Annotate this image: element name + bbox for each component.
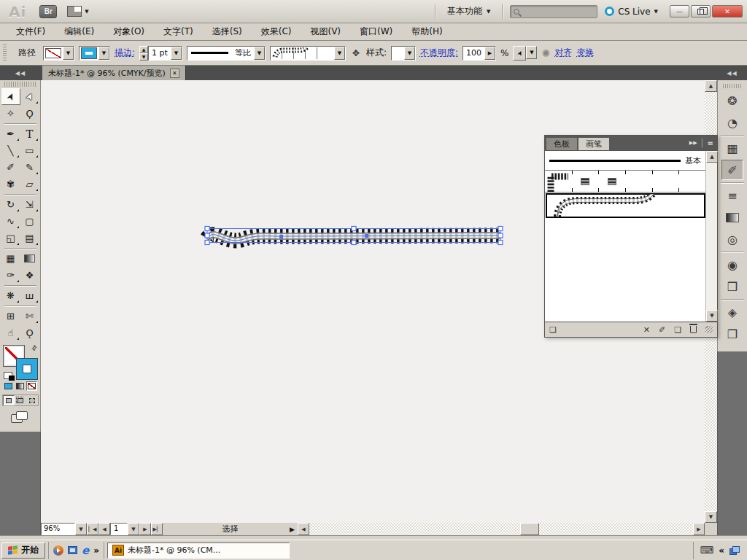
horizontal-scroll-thumb[interactable] (520, 523, 539, 535)
pencil-tool[interactable]: ✎ (20, 159, 39, 176)
transparency-panel-icon[interactable]: ◎ (721, 229, 743, 249)
internet-explorer-icon[interactable]: e (82, 544, 89, 557)
chevron-down-icon[interactable]: ▼ (98, 47, 109, 60)
expand-panel-icon[interactable]: ▶▶ (689, 140, 697, 146)
screen-mode-button[interactable] (9, 411, 31, 426)
scroll-up-button[interactable]: ▲ (705, 80, 717, 92)
chevron-down-icon[interactable]: ▼ (254, 47, 265, 60)
remove-brush-stroke-icon[interactable]: ✕ (643, 325, 650, 335)
menu-file[interactable]: 文件(F) (7, 23, 54, 40)
graphic-styles-panel-icon[interactable]: ❒ (721, 276, 743, 297)
eyedropper-tool[interactable]: ✑ (1, 267, 20, 284)
transform-panel-link[interactable]: 变换 (576, 47, 594, 59)
show-desktop-icon[interactable] (68, 546, 77, 554)
opacity-combo[interactable]: 100 ▶ (462, 46, 496, 61)
media-player-icon[interactable] (53, 545, 63, 556)
scroll-left-button[interactable]: ◀ (298, 523, 309, 535)
select-similar-control[interactable]: ➤ ▼ (513, 46, 537, 61)
none-mode-button[interactable] (26, 381, 37, 391)
recolor-artwork-icon[interactable]: ✺ (541, 47, 550, 59)
hand-tool[interactable]: ☝ (1, 324, 20, 341)
chevron-right-icon[interactable]: ▶ (484, 47, 495, 60)
brush-options-icon[interactable]: ✐ (659, 325, 665, 335)
start-button[interactable]: 开始 (1, 542, 45, 559)
chevron-down-icon[interactable]: ▼ (526, 46, 537, 59)
last-artboard-button[interactable]: ▶▏ (151, 523, 163, 535)
gradient-tool[interactable] (20, 250, 39, 267)
taskbar-task-button[interactable]: Ai 未标题-1* @ 96% (CM... (107, 542, 290, 559)
swatches-panel-icon[interactable]: ▦ (721, 138, 743, 158)
stroke-panel-icon[interactable]: ≡ (721, 185, 743, 206)
fill-color-combo[interactable]: ▼ (43, 46, 74, 61)
swap-fill-stroke-icon[interactable]: ⇄ (30, 343, 39, 352)
stroke-swatch-cyan[interactable] (17, 359, 37, 379)
chevron-down-icon[interactable]: ▼ (63, 47, 74, 60)
menu-edit[interactable]: 编辑(E) (55, 23, 103, 40)
tab-swatches[interactable]: 色板 (546, 138, 577, 150)
draw-behind-button[interactable] (15, 395, 26, 405)
stroke-panel-link[interactable]: 描边: (115, 47, 135, 59)
symbol-sprayer-tool[interactable]: ❋ (1, 287, 20, 304)
free-transform-tool[interactable]: ▢ (20, 213, 39, 230)
cs-live-button[interactable]: CS Live ▼ (605, 7, 658, 17)
slice-tool[interactable]: ✄ (20, 308, 39, 324)
panel-grip[interactable] (4, 82, 36, 87)
stroke-weight-stepper[interactable]: ▲▼ (139, 46, 148, 61)
pen-tool[interactable]: ✒ (1, 125, 20, 142)
brush-definition-combo[interactable]: ▼ (270, 46, 346, 61)
line-segment-tool[interactable]: ╲ (1, 142, 20, 159)
scroll-up-button[interactable]: ▲ (706, 151, 718, 163)
network-icon[interactable] (729, 546, 740, 555)
draw-normal-button[interactable] (3, 395, 15, 405)
scale-tool[interactable]: ⇲ (20, 196, 39, 213)
width-profile-combo[interactable]: 等比 ▼ (187, 46, 266, 61)
status-indicator[interactable]: 选择 ▶ (163, 523, 298, 535)
gradient-mode-button[interactable] (15, 381, 26, 391)
stroke-weight-combo[interactable]: 1 pt ▼ (148, 46, 182, 61)
brush-libraries-icon[interactable]: ❏ (549, 325, 557, 335)
chevron-down-icon[interactable]: ▼ (404, 47, 415, 60)
next-artboard-button[interactable]: ▶ (139, 523, 151, 535)
menu-help[interactable]: 帮助(H) (403, 23, 451, 40)
magic-wand-tool[interactable]: ✧ (1, 105, 20, 122)
menu-window[interactable]: 窗口(W) (351, 23, 401, 40)
new-brush-icon[interactable]: ❑ (674, 325, 681, 335)
minimize-button[interactable]: — (670, 5, 689, 18)
width-tool[interactable]: ∿ (1, 213, 20, 230)
input-method-icon[interactable]: ⌨ (700, 545, 713, 556)
close-button[interactable]: ✕ (712, 5, 743, 18)
rectangle-tool[interactable]: ▭ (20, 142, 39, 159)
selected-path-artwork[interactable] (198, 219, 508, 254)
zoom-tool[interactable]: Ǫ (20, 324, 39, 341)
opacity-panel-link[interactable]: 不透明度: (420, 47, 458, 59)
eraser-tool[interactable]: ▱ (20, 176, 39, 192)
chevron-down-icon[interactable]: ▼ (171, 47, 182, 60)
graphic-style-combo[interactable]: ▼ (391, 46, 416, 61)
document-tab[interactable]: 未标题-1* @ 96% (CMYK/预览) ✕ (42, 66, 186, 80)
layers-panel-icon[interactable]: ◈ (721, 302, 743, 322)
mesh-tool[interactable]: ▦ (1, 250, 20, 267)
panel-grip[interactable] (723, 84, 742, 88)
menu-select[interactable]: 选择(S) (204, 23, 251, 40)
scroll-down-button[interactable]: ▼ (706, 310, 718, 322)
scroll-down-button[interactable]: ▼ (705, 511, 717, 523)
status-menu-icon[interactable]: ▶ (290, 526, 295, 533)
rotate-tool[interactable]: ↻ (1, 196, 20, 213)
brushes-panel-icon[interactable]: ✐ (721, 160, 743, 180)
overflow-icon[interactable]: » (93, 545, 99, 556)
chevron-down-icon[interactable]: ▼ (75, 523, 87, 535)
color-guide-panel-icon[interactable]: ◔ (721, 112, 743, 133)
appearance-panel-icon[interactable]: ◉ (721, 254, 743, 275)
default-fill-stroke-icon[interactable] (4, 372, 12, 379)
zoom-level-combo[interactable]: 96% ▼ (41, 523, 87, 535)
direct-selection-tool[interactable]: ➤ (20, 88, 39, 105)
type-tool[interactable]: T (20, 125, 39, 142)
color-mode-button[interactable] (3, 381, 14, 391)
horizontal-scrollbar[interactable] (309, 523, 693, 535)
chevron-down-icon[interactable]: ▼ (334, 47, 345, 60)
panel-scrollbar[interactable]: ▲ ▼ (705, 151, 717, 322)
menu-view[interactable]: 视图(V) (301, 23, 349, 40)
artboard-tool[interactable]: ⊞ (1, 308, 20, 324)
draw-inside-button[interactable] (26, 395, 38, 405)
workspace-switcher[interactable]: 基本功能 ▼ (443, 3, 495, 20)
